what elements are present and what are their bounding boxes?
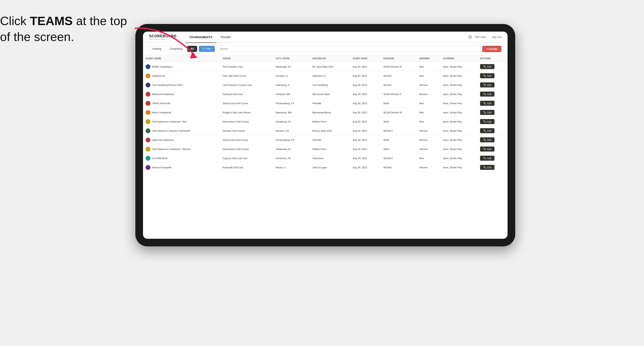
edit-button[interactable]: ✏️ Edit <box>480 137 494 142</box>
cell-gender: Women <box>417 135 440 145</box>
nav-right: Test User | Sign out <box>468 35 502 39</box>
cell-scoring: team, Stroke Play <box>440 145 478 154</box>
edit-button[interactable]: ✏️ Edit <box>480 82 494 87</box>
cell-scoring: team, Stroke Play <box>440 154 478 163</box>
team-icon <box>146 138 150 142</box>
event-name-cell: Fall Statesmen Invitational - Men <box>143 117 220 126</box>
event-name-cell: VU PREVIEW <box>143 154 220 163</box>
cell-gender: Men <box>417 117 440 126</box>
col-hosted-by: HOSTED BY <box>310 55 350 62</box>
cell-hosted-by: William Penn <box>310 145 350 154</box>
event-name: MSMC Qualifying 1 <box>152 65 173 68</box>
instruction-text-before: Click <box>0 14 30 28</box>
col-start-date: START DATE <box>350 55 381 62</box>
edit-label: Edit <box>487 93 492 96</box>
cell-gender: Men <box>417 99 440 108</box>
team-icon <box>146 83 150 87</box>
svg-point-1 <box>470 37 471 38</box>
cell-start-date: Aug 28, 2023 <box>350 154 381 163</box>
edit-button[interactable]: ✏️ Edit <box>480 147 494 152</box>
user-name: Test User <box>475 35 486 39</box>
nav-links: TOURNAMENTS TEAMS <box>185 32 468 42</box>
table-row: Carl Sandburg Women FA23 Lake Bracken Co… <box>143 80 508 90</box>
event-name: UPIKE Fall Invite <box>152 102 170 105</box>
edit-icon: ✏️ <box>483 166 486 169</box>
cell-start-date: Aug 28, 2023 <box>350 135 381 145</box>
cell-gender: Men <box>417 154 440 163</box>
cell-venue: Edmundson Golf Course <box>220 117 273 126</box>
cell-venue: Park Hills Golf Course <box>220 71 273 80</box>
cell-start-date: Aug 25, 2023 <box>350 71 381 80</box>
edit-label: Edit <box>487 75 492 77</box>
edit-button[interactable]: ✏️ Edit <box>480 64 494 69</box>
cell-gender: Men <box>417 71 440 80</box>
cell-start-date: Aug 28, 2023 <box>350 117 381 126</box>
cell-gender: Men <box>417 62 440 71</box>
cell-hosted-by: Pikeville <box>310 99 350 108</box>
cell-division: NICAA II <box>381 126 417 135</box>
gear-icon[interactable] <box>468 35 472 39</box>
edit-label: Edit <box>487 166 492 169</box>
cell-city-state: Newburgh, NY <box>273 62 310 71</box>
action-cell: ✏️ Edit <box>478 62 508 71</box>
cell-division: NAIA <box>381 117 417 126</box>
cell-scoring: team, Stroke Play <box>440 99 478 108</box>
edit-button[interactable]: ✏️ Edit <box>480 73 494 78</box>
cell-venue: Ruttger's Bay Lake Resort <box>220 108 273 117</box>
nav-divider: | <box>488 35 489 39</box>
cell-city-state: Vincennes, IN <box>273 154 310 163</box>
table-row: Highland 36 Park Hills Golf CourseFreepo… <box>143 71 508 80</box>
cell-venue: Kokopelli Golf Club <box>220 163 273 172</box>
cell-scoring: team, Stroke Play <box>440 62 478 71</box>
edit-label: Edit <box>487 65 492 68</box>
edit-button[interactable]: ✏️ Edit <box>480 165 494 170</box>
event-name: Carl Sandburg Women FA23 <box>152 84 183 86</box>
event-name-cell: Maverick Invitational <box>143 90 220 99</box>
cell-venue: The Powelton Club <box>220 62 273 71</box>
cell-gender: Women <box>417 163 440 172</box>
create-button[interactable]: + Create <box>482 46 502 52</box>
cell-venue: Hesston Golf Course <box>220 126 273 135</box>
edit-button[interactable]: ✏️ Edit <box>480 156 494 161</box>
cell-division: NICAA I <box>381 71 417 80</box>
edit-button[interactable]: ✏️ Edit <box>480 128 494 133</box>
event-name: Highland 36 <box>152 75 165 77</box>
cell-hosted-by: Minnesota State <box>310 90 350 99</box>
edit-button[interactable]: ✏️ Edit <box>480 92 494 97</box>
event-name-cell: Highland 36 <box>143 71 220 80</box>
nav-teams[interactable]: TEAMS <box>216 32 235 43</box>
search-input[interactable] <box>216 46 481 52</box>
team-icon <box>146 165 150 170</box>
edit-icon: ✏️ <box>483 148 486 151</box>
cell-division: NCAA Division III <box>381 62 417 71</box>
edit-button[interactable]: ✏️ Edit <box>480 110 494 115</box>
cell-city-state: Hesston, KS <box>273 126 310 135</box>
cell-hosted-by: Mt. Saint Mary (NY) <box>310 62 350 71</box>
cell-division: NAIA <box>381 145 417 154</box>
cell-scoring: team, Stroke Play <box>440 90 478 99</box>
sign-out-link[interactable]: Sign out <box>492 35 502 39</box>
instruction-overlay: Click TEAMS at the top of the screen. <box>0 13 135 45</box>
action-cell: ✏️ Edit <box>478 145 508 154</box>
table-body: MSMC Qualifying 1 The Powelton ClubNewbu… <box>143 62 508 172</box>
action-cell: ✏️ Edit <box>478 135 508 145</box>
cell-start-date: Aug 28, 2023 <box>350 163 381 172</box>
event-name: 2023 Women's Hesston Fall Kickoff <box>152 130 190 132</box>
cell-hosted-by: Carl Sandburg <box>310 80 350 90</box>
edit-button[interactable]: ✏️ Edit <box>480 101 494 106</box>
event-name: Fall Statesmen Invitational - Women <box>152 148 190 151</box>
tournament-table: EVENT NAME VENUE CITY, STATE HOSTED BY S… <box>143 55 508 172</box>
cell-division: NCAA Division II <box>381 90 417 99</box>
edit-button[interactable]: ✏️ Edit <box>480 119 494 124</box>
col-venue: VENUE <box>220 55 273 62</box>
cell-hosted-by: William Penn <box>310 117 350 126</box>
cell-division: NCAA Division III <box>381 108 417 117</box>
edit-label: Edit <box>487 139 492 141</box>
table-row: Klash at Kokopelli Kokopelli Golf ClubMa… <box>143 163 508 172</box>
cell-gender: Women <box>417 90 440 99</box>
event-name-cell: Carl Sandburg Women FA23 <box>143 80 220 90</box>
col-city-state: CITY, STATE <box>273 55 310 62</box>
cell-scoring: team, Stroke Play <box>440 135 478 145</box>
cell-venue: Edmundson Golf Course <box>220 145 273 154</box>
edit-label: Edit <box>487 84 492 86</box>
